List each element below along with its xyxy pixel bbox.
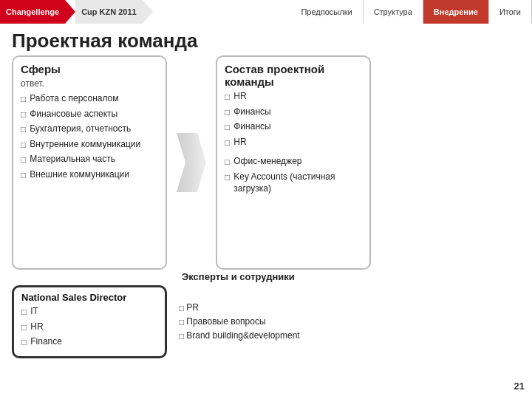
right-box-title: Состав проектной команды: [225, 63, 362, 88]
checkbox-icon: □: [21, 154, 26, 166]
tab-struktura[interactable]: Структура: [364, 0, 423, 24]
checkbox-icon: □: [21, 109, 26, 121]
list-item: □ HR: [225, 91, 362, 103]
right-box: Состав проектной команды □ HR □ Финансы …: [216, 55, 371, 270]
list-item: □ HR: [225, 137, 362, 149]
header: Changellenge Cup KZN 2011 Предпосылки Ст…: [0, 0, 532, 24]
checkbox-icon: □: [21, 307, 27, 318]
checkbox-icon: □: [21, 337, 27, 349]
logo-cup: Cup KZN 2011: [75, 0, 143, 24]
list-item: □ Финансы: [225, 106, 362, 119]
arrow-shape: [177, 133, 206, 192]
checkbox-icon: □: [225, 157, 230, 168]
tab-predposylki[interactable]: Предпосылки: [290, 0, 363, 24]
checkbox-icon: □: [225, 92, 230, 103]
checkbox-icon: □: [225, 107, 230, 119]
checkbox-icon: □: [225, 122, 230, 134]
logo-arrow: [65, 0, 75, 24]
list-item: □ Внутренние коммуникации: [21, 139, 158, 151]
logo-changellenge: Changellenge: [0, 0, 65, 24]
left-box: Сферы ответ. □ Работа с персоналом □ Фин…: [12, 55, 167, 270]
tab-itogi[interactable]: Итоги: [489, 0, 532, 24]
checkbox-icon: □: [225, 137, 230, 149]
checkbox-icon: □: [21, 124, 26, 136]
checkbox-icon: □: [21, 140, 26, 151]
checkbox-icon: □: [179, 330, 184, 343]
checkbox-icon: □: [21, 170, 26, 182]
tab-vnedrenie[interactable]: Внедрение: [423, 0, 489, 24]
checkbox-icon: □: [21, 94, 26, 106]
list-item: □ Материальная часть: [21, 154, 158, 166]
nav-tabs: Предпосылки Структура Внедрение Итоги: [290, 0, 532, 24]
list-item-key-accounts: □ Key Accounts (частичная загрузка): [225, 171, 362, 194]
content-area: Сферы ответ. □ Работа с персоналом □ Фин…: [0, 55, 532, 270]
logo-cup-arrow: [143, 0, 153, 24]
checkbox-icon: □: [225, 172, 230, 184]
checkbox-icon: □: [179, 301, 184, 315]
list-item-it: □ IT: [21, 306, 157, 318]
bottom-left-box: National Sales Director □ IT □ HR □ Fina…: [12, 285, 167, 358]
bottom-section: National Sales Director □ IT □ HR □ Fina…: [0, 285, 532, 358]
list-item-legal: □ Правовые вопросы: [179, 315, 300, 329]
list-item: □ Внешние коммуникации: [21, 169, 158, 182]
checkbox-icon: □: [21, 322, 27, 334]
page-title: Проектная команда: [0, 24, 532, 55]
experts-label: Эксперты и сотрудники: [182, 271, 520, 282]
left-box-subtitle: ответ.: [21, 78, 158, 89]
list-item-hr: □ HR: [21, 321, 157, 334]
list-item: □ Финансы: [225, 121, 362, 134]
left-box-title: Сферы: [21, 63, 158, 75]
list-item-brand: □ Brand building&development: [179, 329, 300, 343]
bottom-left-title: National Sales Director: [21, 292, 157, 303]
list-item-pr: □ PR: [179, 301, 300, 315]
middle-arrow: [173, 55, 210, 270]
list-item: □ Финансовые аспекты: [21, 109, 158, 121]
list-item: □ Бухгалтерия, отчетность: [21, 123, 158, 136]
list-item: □ Работа с персоналом: [21, 93, 158, 106]
list-item-finance: □ Finance: [21, 336, 157, 349]
experts-section: Эксперты и сотрудники: [0, 270, 532, 282]
checkbox-icon: □: [179, 316, 184, 329]
bottom-right-items: □ PR □ Правовые вопросы □ Brand building…: [173, 285, 300, 358]
list-item: □ Офис-менеджер: [225, 156, 362, 168]
page-number: 21: [514, 381, 525, 392]
